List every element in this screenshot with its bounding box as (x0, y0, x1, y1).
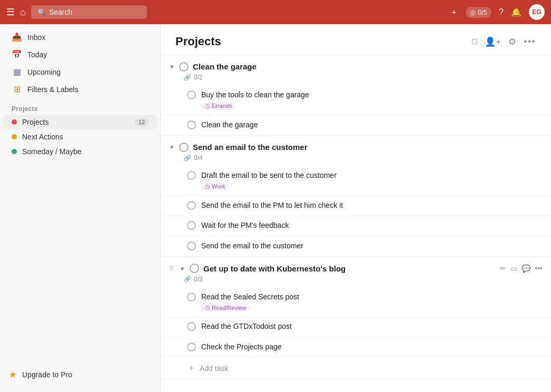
score-icon: ◎ (470, 8, 476, 16)
task-title-send-pm: Send the email to the PM to let him chec… (201, 200, 543, 211)
upgrade-label: Upgrade to Pro (22, 370, 72, 379)
today-icon: 📅 (12, 49, 22, 59)
task-circle-gtdx[interactable] (187, 322, 196, 331)
task-circle-draft-email[interactable] (187, 171, 196, 180)
task-item-draft-email: Draft the email to be sent to the custom… (161, 166, 551, 196)
task-circle-send-customer[interactable] (187, 242, 196, 250)
view-icon[interactable]: ▭ (510, 264, 517, 273)
settings-icon[interactable]: ⚙ (508, 36, 516, 47)
task-circle-wait-feedback[interactable] (187, 221, 196, 230)
task-item-send-customer: Send the email to the customer (161, 236, 551, 257)
sidebar-item-upcoming[interactable]: ▦ Upcoming (3, 63, 157, 81)
search-box[interactable]: 🔍 Search (31, 5, 147, 19)
tag-icon-read-review: ◷ (205, 304, 210, 311)
edit-icon[interactable]: ✏ (500, 264, 506, 273)
tag-label-errands: Errands (212, 103, 232, 109)
sidebar-item-filters[interactable]: ⊞ Filters & Labels (3, 81, 157, 98)
project-item-projects[interactable]: Projects 12 (3, 115, 157, 129)
content-area: Projects □ 👤+ ⚙ ••• ▾ Clean the garage 🔗… (161, 24, 551, 392)
project-dot-green (12, 149, 17, 154)
task-title-send-customer: Send the email to the customer (201, 241, 543, 252)
task-item-send-pm: Send the email to the PM to let him chec… (161, 196, 551, 216)
task-tag-errands[interactable]: ◷ Errands (201, 102, 236, 110)
topbar-right: ＋ ◎ 0/5 ? 🔔 EG (450, 4, 545, 20)
task-circle-buy-tools[interactable] (187, 91, 196, 99)
task-title-draft-email: Draft the email to be sent to the custom… (201, 170, 543, 181)
project-dot-yellow (12, 134, 17, 139)
task-group-send-email: ▾ Send an email to the customer 🔗 0/4 Dr… (161, 136, 551, 257)
task-circle-sealed-secrets[interactable] (187, 293, 196, 301)
task-content-draft-email: Draft the email to be sent to the custom… (201, 170, 543, 190)
sidebar-item-label-inbox: Inbox (27, 33, 149, 42)
sidebar-item-label-filters: Filters & Labels (27, 85, 149, 94)
project-item-someday[interactable]: Someday / Maybe (3, 144, 157, 159)
task-title-clean-garage: Clean the garage (201, 120, 543, 130)
upgrade-bar[interactable]: ★ Upgrade to Pro (0, 361, 160, 388)
projects-section-label: Projects (0, 98, 160, 115)
topbar: ☰ ⌂ 🔍 Search ＋ ◎ 0/5 ? 🔔 EG (0, 0, 551, 24)
search-icon: 🔍 (37, 8, 46, 16)
tag-label-read-review: Read/Review (212, 305, 246, 311)
comment-icon[interactable]: □ (472, 36, 477, 47)
task-title-gtdx: Read the GTDxTodoist post (201, 321, 543, 332)
home-icon[interactable]: ⌂ (20, 7, 26, 18)
more-options-icon[interactable]: ••• (524, 36, 536, 47)
sidebar-item-label-today: Today (27, 51, 149, 59)
sidebar: 📥 Inbox 📅 Today ▦ Upcoming ⊞ Filters & L… (0, 24, 161, 392)
task-item-wait-feedback: Wait for the PM's feedback (161, 216, 551, 236)
sidebar-item-inbox[interactable]: 📥 Inbox (3, 28, 157, 46)
tag-icon-errands: ◷ (205, 103, 210, 109)
add-task-plus-icon: ＋ (187, 363, 195, 374)
task-item-check-projects: Check the Projects page (161, 337, 551, 358)
group-circle-send-email[interactable] (179, 143, 189, 152)
group-header-clean-garage: ▾ Clean the garage (161, 55, 551, 74)
page-title: Projects (175, 35, 472, 48)
sidebar-item-today[interactable]: 📅 Today (3, 46, 157, 63)
add-task-label: Add task (200, 364, 228, 373)
group-header-send-email: ▾ Send an email to the customer (161, 136, 551, 154)
add-task-button[interactable]: ＋ (450, 7, 458, 18)
task-content-check-projects: Check the Projects page (201, 342, 543, 353)
more-icon[interactable]: ••• (535, 264, 543, 273)
chevron-collapse-clean-garage[interactable]: ▾ (169, 62, 175, 72)
sidebar-item-label-upcoming: Upcoming (27, 68, 149, 76)
task-content-buy-tools: Buy the tools to clean the garage ◷ Erra… (201, 90, 543, 110)
drag-handle-kubernetes[interactable]: ⠿ (169, 265, 174, 273)
task-item-clean-garage: Clean the garage (161, 115, 551, 136)
group-count-send-email: 0/4 (194, 154, 203, 162)
chevron-collapse-kubernetes[interactable]: ▾ (180, 264, 185, 274)
group-count-kubernetes: 0/3 (194, 276, 203, 283)
subtask-link-icon-2: 🔗 (184, 155, 191, 162)
project-dot-red (12, 119, 17, 125)
comment-icon-2[interactable]: 💬 (522, 264, 530, 273)
notifications-button[interactable]: 🔔 (511, 7, 522, 17)
avatar[interactable]: EG (529, 4, 545, 20)
add-member-icon[interactable]: 👤+ (485, 36, 501, 47)
task-circle-check-projects[interactable] (187, 343, 196, 351)
task-title-buy-tools: Buy the tools to clean the garage (201, 90, 543, 100)
task-circle-send-pm[interactable] (187, 201, 196, 210)
task-tag-read-review[interactable]: ◷ Read/Review (201, 304, 250, 311)
task-content-gtdx: Read the GTDxTodoist post (201, 321, 543, 332)
chevron-collapse-send-email[interactable]: ▾ (169, 142, 175, 152)
group-circle-clean-garage[interactable] (179, 62, 189, 72)
score-badge: ◎ 0/5 (466, 7, 491, 18)
task-tag-work[interactable]: ◷ Work (201, 183, 229, 190)
topbar-left: ☰ ⌂ 🔍 Search (6, 5, 147, 19)
inbox-icon: 📥 (12, 32, 22, 42)
filters-icon: ⊞ (12, 84, 22, 94)
hamburger-icon[interactable]: ☰ (6, 6, 15, 18)
task-content-send-customer: Send the email to the customer (201, 241, 543, 252)
help-button[interactable]: ? (499, 7, 504, 17)
task-title-wait-feedback: Wait for the PM's feedback (201, 220, 543, 231)
group-meta-kubernetes: 🔗 0/3 (161, 276, 551, 287)
project-item-next-actions[interactable]: Next Actions (3, 129, 157, 144)
project-label-projects: Projects (22, 118, 49, 126)
group-circle-kubernetes[interactable] (190, 264, 199, 273)
group-title-send-email: Send an email to the customer (193, 143, 543, 152)
project-label-someday: Someday / Maybe (22, 147, 82, 156)
task-circle-clean-garage[interactable] (187, 120, 196, 129)
upcoming-icon: ▦ (12, 67, 22, 77)
add-task-row[interactable]: ＋ Add task (161, 357, 551, 379)
group-header-kubernetes: ⠿ ▾ Get up to date with Kubernesto's blo… (161, 257, 551, 276)
